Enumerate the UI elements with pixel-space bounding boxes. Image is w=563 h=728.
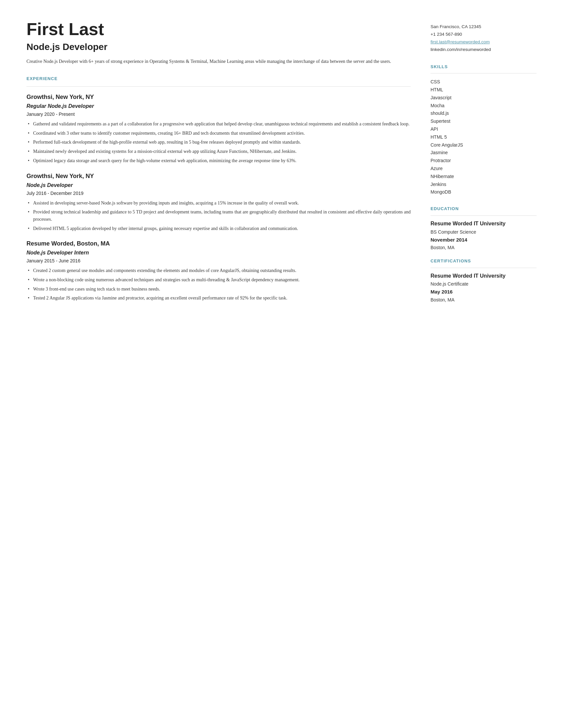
- education-section: EDUCATION Resume Worded IT University BS…: [431, 205, 537, 251]
- email-link[interactable]: first.last@resumeworded.com: [431, 39, 490, 44]
- contact-address: San Francisco, CA 12345: [431, 23, 537, 31]
- bullet-0-4: Optimized legacy data storage and search…: [26, 157, 411, 164]
- exp-bullets-1: Assisted in developing server-based Node…: [26, 200, 411, 232]
- skill-item-11: Azure: [431, 165, 537, 173]
- skill-item-0: CSS: [431, 78, 537, 86]
- certifications-divider: [431, 268, 537, 268]
- exp-dates-0: January 2020 - Present: [26, 111, 411, 118]
- experience-block-0: Growthsi, New York, NYRegular Node.js De…: [26, 93, 411, 164]
- education-container: Resume Worded IT University BS Computer …: [431, 220, 537, 251]
- skill-item-14: MongoDB: [431, 188, 537, 196]
- experience-block-1: Growthsi, New York, NYNode.js DeveloperJ…: [26, 172, 411, 232]
- skills-list: CSSHTMLJavascriptMochashould.jsSupertest…: [431, 78, 537, 196]
- exp-company-2: Resume Worded, Boston, MA: [26, 239, 411, 248]
- bullet-0-3: Maintained newly developed and existing …: [26, 148, 411, 155]
- skill-item-4: should.js: [431, 110, 537, 117]
- candidate-name: First Last: [26, 20, 411, 39]
- skill-item-5: Supertest: [431, 117, 537, 125]
- bullet-1-1: Provided strong technical leadership and…: [26, 208, 411, 223]
- right-column: San Francisco, CA 12345 +1 234 567-890 f…: [431, 20, 537, 708]
- exp-role-1: Node.js Developer: [26, 181, 411, 189]
- exp-dates-1: July 2016 - December 2019: [26, 190, 411, 197]
- edu-date-0: November 2014: [431, 236, 537, 244]
- contact-linkedin: linkedin.com/in/resumeworded: [431, 46, 537, 54]
- edu-degree-0: BS Computer Science: [431, 229, 537, 236]
- contact-phone: +1 234 567-890: [431, 31, 537, 38]
- skill-item-9: Jasmine: [431, 149, 537, 157]
- exp-role-2: Node.js Developer Intern: [26, 249, 411, 257]
- skill-item-6: API: [431, 125, 537, 133]
- skills-label: SKILLS: [431, 64, 537, 70]
- experience-section: EXPERIENCE Growthsi, New York, NYRegular…: [26, 75, 411, 302]
- experience-divider: [26, 86, 411, 87]
- edu-block-0: Resume Worded IT University BS Computer …: [431, 220, 537, 251]
- bullet-0-0: Gathered and validated requirements as a…: [26, 120, 411, 128]
- bullet-1-0: Assisted in developing server-based Node…: [26, 200, 411, 207]
- edu-school-0: Resume Worded IT University: [431, 220, 537, 227]
- bullet-2-1: Wrote a non-blocking code using numerous…: [26, 276, 411, 284]
- skill-item-3: Mocha: [431, 102, 537, 110]
- skill-item-13: Jenkins: [431, 181, 537, 189]
- skills-divider: [431, 73, 537, 73]
- exp-company-1: Growthsi, New York, NY: [26, 172, 411, 181]
- exp-role-0: Regular Node.js Developer: [26, 102, 411, 110]
- experience-block-2: Resume Worded, Boston, MANode.js Develop…: [26, 239, 411, 302]
- bullet-2-2: Wrote 3 front-end use cases using tech s…: [26, 286, 411, 293]
- cert-date-0: May 2016: [431, 288, 537, 296]
- left-column: First Last Node.js Developer Creative No…: [26, 20, 411, 708]
- company-name-1: Growthsi,: [26, 173, 54, 179]
- skill-item-2: Javascript: [431, 94, 537, 102]
- resume-page: First Last Node.js Developer Creative No…: [0, 0, 563, 728]
- skill-item-10: Protractor: [431, 157, 537, 165]
- exp-bullets-2: Created 2 custom general use modules and…: [26, 267, 411, 302]
- exp-bullets-0: Gathered and validated requirements as a…: [26, 120, 411, 164]
- education-divider: [431, 215, 537, 216]
- company-name-0: Growthsi,: [26, 94, 54, 100]
- skill-item-12: NHibernate: [431, 173, 537, 181]
- skill-item-8: Core AngularJS: [431, 141, 537, 149]
- exp-company-0: Growthsi, New York, NY: [26, 93, 411, 102]
- cert-school-0: Resume Worded IT University: [431, 273, 537, 280]
- certifications-label: CERTIFICATIONS: [431, 258, 537, 264]
- experience-container: Growthsi, New York, NYRegular Node.js De…: [26, 93, 411, 302]
- bullet-2-3: Tested 2 Angular JS applications via Jas…: [26, 295, 411, 302]
- bullet-0-1: Coordinated with 3 other teams to identi…: [26, 130, 411, 137]
- bullet-0-2: Performed full-stack development of the …: [26, 139, 411, 146]
- certifications-container: Resume Worded IT University Node.js Cert…: [431, 273, 537, 303]
- cert-cert-0: Node.js Certificate: [431, 281, 537, 288]
- cert-block-0: Resume Worded IT University Node.js Cert…: [431, 273, 537, 303]
- education-label: EDUCATION: [431, 205, 537, 212]
- skills-section: SKILLS CSSHTMLJavascriptMochashould.jsSu…: [431, 64, 537, 196]
- experience-label: EXPERIENCE: [26, 75, 411, 82]
- certifications-section: CERTIFICATIONS Resume Worded IT Universi…: [431, 258, 537, 303]
- bullet-2-0: Created 2 custom general use modules and…: [26, 267, 411, 274]
- contact-info: San Francisco, CA 12345 +1 234 567-890 f…: [431, 23, 537, 54]
- contact-email[interactable]: first.last@resumeworded.com: [431, 38, 537, 46]
- candidate-summary: Creative Node.js Developer with 6+ years…: [26, 58, 411, 65]
- bullet-1-2: Delivered HTML 5 application developed b…: [26, 225, 411, 232]
- cert-location-0: Boston, MA: [431, 296, 537, 303]
- company-name-2: Resume Worded,: [26, 240, 75, 247]
- skill-item-1: HTML: [431, 86, 537, 94]
- skill-item-7: HTML 5: [431, 133, 537, 141]
- exp-dates-2: January 2015 - June 2016: [26, 257, 411, 264]
- candidate-title: Node.js Developer: [26, 40, 411, 54]
- edu-location-0: Boston, MA: [431, 244, 537, 251]
